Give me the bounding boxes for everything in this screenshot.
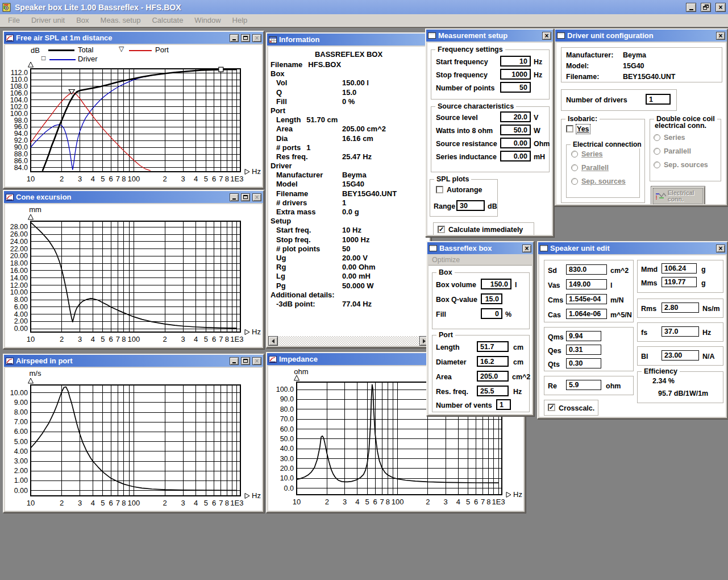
cas-field[interactable]: 1.064e-06 — [566, 309, 607, 319]
cms-field[interactable]: 1.545e-04 — [566, 294, 607, 304]
menu-item-help[interactable]: Help — [227, 16, 253, 24]
driver-config-close-button[interactable]: × — [716, 32, 725, 40]
fs-field[interactable]: 37.0 — [662, 326, 699, 337]
dialog-icon — [428, 32, 436, 39]
cone-minimize-button[interactable] — [230, 193, 239, 201]
box-volume-unit: l — [515, 281, 517, 289]
number-of-drivers-field[interactable]: 1 — [646, 94, 671, 105]
svg-text:8: 8 — [386, 498, 390, 506]
ec-series-radio[interactable] — [571, 151, 578, 158]
bl-field[interactable]: 23.00 — [662, 350, 699, 361]
menu-item-driver-unit[interactable]: Driver unit — [26, 16, 70, 24]
electrical-connection-label: Electrical connection — [571, 140, 644, 148]
menu-item-calcutate[interactable]: Calcutate — [146, 16, 189, 24]
information-titlebar[interactable]: Information — [267, 34, 430, 45]
ec-parallell-radio[interactable] — [571, 164, 578, 171]
cone-maximize-button[interactable] — [241, 193, 250, 201]
port-length-field[interactable]: 51.7 — [477, 341, 509, 352]
measurement-setup-close-button[interactable]: × — [542, 32, 551, 40]
cone-titlebar[interactable]: Cone excursion × — [4, 191, 263, 203]
svg-text:10: 10 — [293, 498, 301, 506]
port-resfreq-field[interactable]: 25.5 — [477, 386, 509, 396]
spl-close-button[interactable]: × — [252, 34, 261, 42]
port-diameter-field[interactable]: 16.2 — [477, 356, 509, 367]
dcc-parallell-radio[interactable] — [654, 148, 660, 155]
airspeed-close-button[interactable]: × — [252, 357, 261, 365]
qms-field[interactable]: 9.94 — [566, 331, 601, 341]
svg-text:16.00: 16.00 — [10, 267, 28, 275]
airspeed-minimize-button[interactable] — [230, 357, 239, 365]
calculate-immediately-checkbox[interactable] — [438, 226, 445, 233]
box-volume-field[interactable]: 150.0 — [481, 279, 511, 289]
minimize-button[interactable] — [686, 3, 696, 12]
number-of-vents-label: Number of vents — [436, 401, 492, 409]
number-of-points-field[interactable]: 50 — [500, 82, 531, 93]
scroll-left-button[interactable] — [268, 336, 278, 346]
driver-config-titlebar[interactable]: Driver unit configuration × — [555, 30, 727, 42]
cms-unit: m/N — [610, 296, 624, 304]
airspeed-titlebar[interactable]: Airspeed in port × — [4, 355, 263, 367]
menu-item-meas-setup[interactable]: Meas. setup — [95, 16, 147, 24]
port-area-field[interactable]: 205.0 — [477, 371, 509, 382]
information-row: Lg0.00 mH — [268, 272, 429, 281]
re-field[interactable]: 5.9 — [566, 380, 601, 390]
cone-close-button[interactable]: × — [252, 193, 261, 201]
svg-text:100: 100 — [128, 499, 140, 507]
series-inductance-field[interactable]: 0.00 — [500, 151, 531, 161]
menu-item-box[interactable]: Box — [70, 16, 94, 24]
rms-field[interactable]: 2.80 — [662, 303, 699, 313]
speaker-edit-titlebar[interactable]: Speaker unit edit × — [538, 242, 727, 254]
bassreflex-close-button[interactable]: × — [522, 245, 531, 252]
speaker-edit-title: Speaker unit edit — [550, 244, 714, 252]
watts-into-8ohm-field[interactable]: 50.0 — [500, 125, 531, 135]
main-titlebar[interactable]: Speaker box Lite 1.00 Bassreflex - HFS.B… — [0, 0, 728, 14]
speaker-edit-close-button[interactable]: × — [716, 245, 725, 252]
qes-field[interactable]: 0.31 — [566, 345, 601, 355]
mms-field[interactable]: 119.77 — [662, 277, 697, 287]
sd-field[interactable]: 830.0 — [566, 264, 607, 275]
svg-text:m/s: m/s — [30, 369, 41, 378]
qts-field[interactable]: 0.30 — [566, 358, 601, 368]
svg-text:40.0: 40.0 — [280, 445, 294, 453]
fill-field[interactable]: 0 — [481, 308, 502, 319]
ec-sep-sources-radio[interactable] — [571, 178, 578, 185]
crosscalc-checkbox[interactable] — [548, 404, 555, 411]
spl-titlebar[interactable]: Free air SPL at 1m distance × — [4, 32, 263, 44]
svg-text:70.0: 70.0 — [280, 415, 294, 423]
range-field[interactable]: 30 — [456, 200, 485, 211]
qms-label: Qms — [548, 333, 564, 341]
svg-text:4: 4 — [91, 175, 95, 183]
autorange-checkbox[interactable] — [436, 186, 443, 193]
svg-text:2.00: 2.00 — [14, 467, 28, 475]
spl-maximize-button[interactable] — [241, 34, 250, 42]
optimize-menu-item[interactable]: Optimize — [429, 255, 532, 266]
mmd-field[interactable]: 106.24 — [662, 263, 697, 274]
stop-frequency-field[interactable]: 1000 — [500, 69, 531, 80]
dcc-sep-sources-radio[interactable] — [654, 161, 660, 168]
box-qvalue-field[interactable]: 15.0 — [481, 293, 502, 304]
horizontal-scrollbar[interactable] — [268, 336, 429, 346]
electrical-conn-button[interactable]: Electrical conn. — [651, 186, 705, 204]
menu-item-window[interactable]: Window — [189, 16, 226, 24]
bassreflex-title: Bassreflex box — [439, 244, 520, 252]
svg-text:20.00: 20.00 — [10, 252, 28, 260]
bassreflex-titlebar[interactable]: Bassreflex box × — [427, 242, 533, 254]
svg-text:6.00: 6.00 — [14, 303, 28, 311]
number-of-vents-field[interactable]: 1 — [496, 399, 511, 410]
spl-minimize-button[interactable] — [230, 34, 239, 42]
svg-text:4: 4 — [194, 499, 198, 507]
isobaric-yes-checkbox[interactable] — [566, 125, 573, 132]
restore-button[interactable] — [701, 3, 711, 12]
airspeed-maximize-button[interactable] — [241, 357, 250, 365]
menu-item-file[interactable]: File — [2, 16, 26, 24]
svg-text:100: 100 — [392, 498, 404, 506]
close-button[interactable]: × — [715, 3, 726, 12]
bl-label: Bl — [641, 353, 648, 361]
measurement-setup-titlebar[interactable]: Measurement setup × — [426, 30, 553, 42]
source-resistance-field[interactable]: 0.00 — [500, 138, 531, 148]
source-level-field[interactable]: 20.0 — [500, 111, 531, 122]
spl-chart: 84.086.088.090.092.094.096.098.0100.0102… — [5, 45, 262, 187]
vas-field[interactable]: 149.00 — [566, 279, 607, 289]
start-frequency-field[interactable]: 10 — [500, 56, 531, 67]
dcc-series-radio[interactable] — [654, 134, 660, 141]
